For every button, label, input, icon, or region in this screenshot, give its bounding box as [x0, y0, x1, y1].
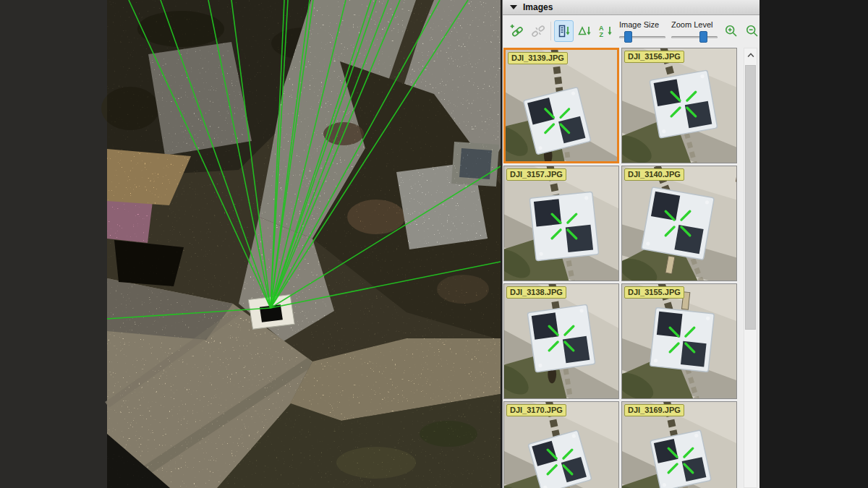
model-viewport[interactable] [0, 0, 501, 488]
thumbnail-photo [622, 284, 736, 398]
link-button[interactable] [507, 20, 527, 42]
empty-area [760, 0, 868, 488]
sort-by-size-button[interactable] [554, 20, 574, 42]
toolbar-separator [550, 22, 551, 40]
thumbnail-label: DJI_3156.JPG [624, 51, 684, 63]
zoom-in-icon [724, 24, 739, 38]
image-size-slider-handle[interactable] [624, 31, 632, 43]
thumbnail-photo [622, 48, 736, 163]
thumbnail-grid: DJI_3139.JPG DJI_3156.JPG [503, 46, 741, 488]
images-panel: Images [502, 0, 760, 488]
chevron-up-icon [746, 51, 755, 59]
images-panel-header[interactable]: Images [503, 0, 760, 15]
zoom-level-slider[interactable] [671, 31, 718, 43]
scrollbar-thumb[interactable] [745, 65, 756, 330]
link-icon [510, 24, 524, 38]
sort-by-name-icon: A Z [598, 24, 614, 38]
zoom-level-label: Zoom Level [671, 20, 718, 29]
point-cloud [101, 0, 501, 488]
thumbnail-item[interactable]: DJI_3169.JPG [621, 401, 737, 488]
collapse-triangle-icon[interactable] [510, 5, 517, 9]
thumbnail-label: DJI_3157.JPG [506, 168, 566, 181]
thumbnail-item[interactable]: DJI_3139.JPG [503, 48, 619, 163]
images-toolbar: A Z Image Size Zoom Level [503, 15, 760, 47]
gcp-checkerboard-marker [529, 192, 599, 261]
zoom-in-button[interactable] [721, 20, 741, 42]
slider-track [671, 36, 718, 38]
gcp-checkerboard-marker [650, 430, 711, 488]
thumbnail-photo [504, 166, 618, 281]
sort-by-name-button[interactable]: A Z [596, 20, 616, 42]
thumbnail-item[interactable]: DJI_3157.JPG [503, 166, 619, 281]
application-window: Images [0, 0, 868, 488]
unlink-icon [531, 24, 545, 38]
scroll-up-button[interactable] [744, 48, 757, 61]
unlink-button[interactable] [528, 20, 548, 42]
thumbnail-item[interactable]: DJI_3138.JPG [503, 283, 619, 399]
thumbnail-label: DJI_3139.JPG [508, 52, 568, 64]
thumbnail-label: DJI_3140.JPG [624, 168, 684, 181]
thumbnail-label: DJI_3170.JPG [506, 404, 566, 416]
gcp-checkerboard-marker [527, 304, 595, 372]
thumbnail-scrollbar[interactable] [744, 48, 757, 488]
image-size-control: Image Size [619, 20, 665, 43]
thumbnail-label: DJI_3155.JPG [624, 286, 684, 299]
sort-by-quality-icon [577, 24, 593, 38]
thumbnail-item[interactable]: DJI_3140.JPG [621, 166, 737, 281]
zoom-out-button[interactable] [742, 20, 760, 42]
sort-by-quality-button[interactable] [575, 20, 595, 42]
sort-by-size-icon [556, 24, 572, 38]
thumbnail-item[interactable]: DJI_3156.JPG [621, 48, 737, 163]
image-size-slider[interactable] [619, 31, 665, 43]
thumbnail-photo [504, 284, 618, 398]
zoom-level-slider-handle[interactable] [699, 31, 707, 43]
svg-text:Z: Z [599, 31, 603, 38]
thumbnail-photo [622, 166, 736, 281]
thumbnail-label: DJI_3169.JPG [624, 404, 684, 416]
thumbnail-photo [506, 50, 617, 161]
thumbnail-label: DJI_3138.JPG [506, 286, 566, 299]
image-size-label: Image Size [619, 20, 665, 29]
thumbnail-item[interactable]: DJI_3170.JPG [503, 401, 619, 488]
panel-title: Images [523, 2, 553, 12]
point-cloud-view [0, 0, 501, 488]
thumbnail-item[interactable]: DJI_3155.JPG [621, 283, 737, 399]
gcp-checkerboard-marker [650, 70, 718, 138]
zoom-level-control: Zoom Level [671, 20, 718, 43]
zoom-out-icon [745, 24, 760, 38]
